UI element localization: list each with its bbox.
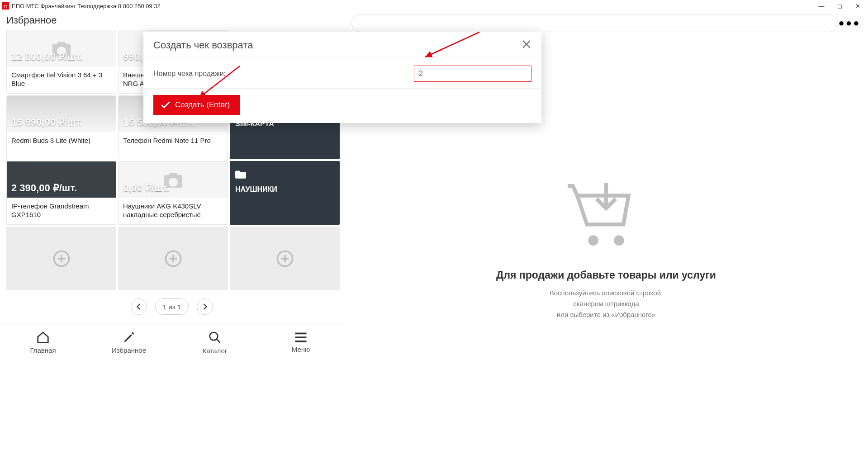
plus-circle-icon <box>164 250 182 268</box>
dots-icon: ●●● <box>839 17 861 28</box>
product-name: Смартфон Itel Vision 3 64 + 3 Blue <box>7 66 116 93</box>
search-box[interactable] <box>351 14 838 32</box>
folder-card-headphones[interactable]: НАУШНИКИ <box>230 161 340 225</box>
product-card[interactable]: 2 390,00 ₽/шт. IP-телефон Grandstream GX… <box>6 161 116 225</box>
nav-catalog[interactable]: Каталог <box>172 323 258 362</box>
nav-menu[interactable]: Меню <box>258 323 344 362</box>
svg-point-3 <box>210 332 218 341</box>
create-button-label: Создать (Enter) <box>175 100 230 109</box>
pager-label: 1 из 1 <box>155 298 189 315</box>
search-icon <box>208 331 222 344</box>
product-name: Redmi Buds 3 Lite (White) <box>7 132 116 159</box>
window-controls: — ◻ ✕ <box>817 3 866 9</box>
product-price: 12 800,00 ₽/шт. <box>11 51 82 63</box>
receipt-number-label: Номер чека продажи: <box>153 70 226 78</box>
nav-label: Каталог <box>203 347 228 355</box>
close-icon <box>522 39 531 49</box>
nav-label: Избранное <box>112 346 146 354</box>
search-row: ●●● <box>344 12 868 34</box>
add-slot[interactable] <box>230 227 340 290</box>
nav-label: Меню <box>292 346 310 353</box>
plus-circle-icon <box>276 250 294 268</box>
check-icon <box>161 101 171 109</box>
cart-empty-line: Воспользуйтесь поисковой строкой, <box>550 289 663 297</box>
home-icon <box>36 331 50 344</box>
chevron-right-icon <box>202 303 208 310</box>
svg-point-4 <box>588 235 598 246</box>
nav-favorites[interactable]: Избранное <box>86 323 172 362</box>
folder-label: НАУШНИКИ <box>235 185 334 194</box>
product-name: IP-телефон Grandstream GXP1610 <box>7 198 116 224</box>
svg-point-5 <box>614 235 624 246</box>
product-price: 0,00 ₽/шт. <box>123 182 169 194</box>
modal-title: Создать чек возврата <box>153 39 253 51</box>
cart-empty-line: сканером штрихкода <box>573 300 639 308</box>
product-price: 15 990,00 ₽/шт. <box>11 117 82 128</box>
receipt-number-input[interactable] <box>414 66 531 82</box>
window-title: ЕПО МТС Франчайзинг Техподдержка 8 800 2… <box>12 3 817 9</box>
nav-home[interactable]: Главная <box>0 323 86 362</box>
app-icon: ◻ <box>2 2 9 9</box>
nav-label: Главная <box>30 346 56 354</box>
cart-empty-line: или выберите из «Избранного» <box>557 311 655 318</box>
product-card[interactable]: 0,00 ₽/шт. Наушники AKG K430SLV накладны… <box>118 161 228 225</box>
add-slot[interactable] <box>6 227 116 290</box>
product-card[interactable]: 12 800,00 ₽/шт. Смартфон Itel Vision 3 6… <box>6 30 116 94</box>
create-button[interactable]: Создать (Enter) <box>153 95 240 115</box>
cart-download-icon <box>568 179 645 251</box>
pager-prev[interactable] <box>131 298 147 315</box>
product-name: Телефон Redmi Note 11 Pro <box>119 132 228 159</box>
modal-close-button[interactable] <box>522 39 531 52</box>
more-button[interactable]: ●●● <box>838 17 861 29</box>
product-card[interactable]: 15 990,00 ₽/шт. Redmi Buds 3 Lite (White… <box>6 95 116 159</box>
bottom-nav: Главная Избранное Каталог Меню <box>0 323 344 362</box>
pager-next[interactable] <box>197 298 213 315</box>
cart-empty-title: Для продажи добавьте товары или услуги <box>496 269 716 281</box>
favorites-header: Избранное <box>0 12 344 30</box>
menu-icon <box>294 332 308 343</box>
add-slot[interactable] <box>118 227 228 290</box>
maximize-button[interactable]: ◻ <box>835 3 844 9</box>
titlebar: ◻ ЕПО МТС Франчайзинг Техподдержка 8 800… <box>0 0 868 12</box>
product-price: 2 390,00 ₽/шт. <box>11 182 77 194</box>
folder-icon <box>235 169 247 179</box>
return-receipt-modal: Создать чек возврата Номер чека продажи:… <box>143 32 541 123</box>
chevron-left-icon <box>136 303 142 310</box>
plus-circle-icon <box>52 250 71 268</box>
pencil-icon <box>123 331 135 344</box>
minimize-button[interactable]: — <box>817 3 825 9</box>
pager: 1 из 1 <box>0 290 344 323</box>
product-name: Наушники AKG K430SLV накладные серебрист… <box>119 198 228 224</box>
product-price: 990, <box>123 51 142 63</box>
close-button[interactable]: ✕ <box>854 3 862 9</box>
